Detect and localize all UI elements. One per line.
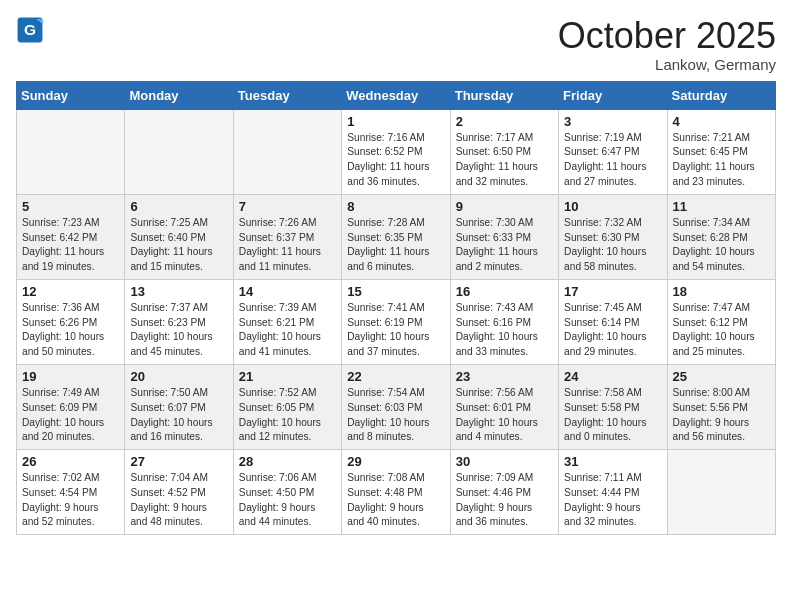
day-info: Sunrise: 7:45 AMSunset: 6:14 PMDaylight:… xyxy=(564,301,661,360)
day-number: 1 xyxy=(347,114,444,129)
calendar-cell: 19Sunrise: 7:49 AMSunset: 6:09 PMDayligh… xyxy=(17,364,125,449)
calendar-cell: 24Sunrise: 7:58 AMSunset: 5:58 PMDayligh… xyxy=(559,364,667,449)
day-info: Sunrise: 7:43 AMSunset: 6:16 PMDaylight:… xyxy=(456,301,553,360)
day-number: 30 xyxy=(456,454,553,469)
calendar-week-row: 26Sunrise: 7:02 AMSunset: 4:54 PMDayligh… xyxy=(17,450,776,535)
day-number: 21 xyxy=(239,369,336,384)
day-info: Sunrise: 7:54 AMSunset: 6:03 PMDaylight:… xyxy=(347,386,444,445)
weekday-header-thursday: Thursday xyxy=(450,81,558,109)
day-info: Sunrise: 7:58 AMSunset: 5:58 PMDaylight:… xyxy=(564,386,661,445)
day-info: Sunrise: 7:08 AMSunset: 4:48 PMDaylight:… xyxy=(347,471,444,530)
calendar-cell: 12Sunrise: 7:36 AMSunset: 6:26 PMDayligh… xyxy=(17,279,125,364)
weekday-header-saturday: Saturday xyxy=(667,81,775,109)
day-number: 7 xyxy=(239,199,336,214)
day-number: 19 xyxy=(22,369,119,384)
day-info: Sunrise: 7:19 AMSunset: 6:47 PMDaylight:… xyxy=(564,131,661,190)
weekday-header-monday: Monday xyxy=(125,81,233,109)
weekday-header-tuesday: Tuesday xyxy=(233,81,341,109)
day-info: Sunrise: 7:41 AMSunset: 6:19 PMDaylight:… xyxy=(347,301,444,360)
day-info: Sunrise: 7:17 AMSunset: 6:50 PMDaylight:… xyxy=(456,131,553,190)
day-info: Sunrise: 7:28 AMSunset: 6:35 PMDaylight:… xyxy=(347,216,444,275)
day-info: Sunrise: 7:36 AMSunset: 6:26 PMDaylight:… xyxy=(22,301,119,360)
day-info: Sunrise: 7:39 AMSunset: 6:21 PMDaylight:… xyxy=(239,301,336,360)
logo: G xyxy=(16,16,48,44)
day-number: 8 xyxy=(347,199,444,214)
day-info: Sunrise: 7:37 AMSunset: 6:23 PMDaylight:… xyxy=(130,301,227,360)
day-number: 26 xyxy=(22,454,119,469)
day-number: 5 xyxy=(22,199,119,214)
calendar-cell: 1Sunrise: 7:16 AMSunset: 6:52 PMDaylight… xyxy=(342,109,450,194)
calendar-week-row: 5Sunrise: 7:23 AMSunset: 6:42 PMDaylight… xyxy=(17,194,776,279)
day-number: 10 xyxy=(564,199,661,214)
day-number: 4 xyxy=(673,114,770,129)
calendar-cell: 4Sunrise: 7:21 AMSunset: 6:45 PMDaylight… xyxy=(667,109,775,194)
weekday-header-friday: Friday xyxy=(559,81,667,109)
day-number: 28 xyxy=(239,454,336,469)
calendar-cell: 13Sunrise: 7:37 AMSunset: 6:23 PMDayligh… xyxy=(125,279,233,364)
day-number: 6 xyxy=(130,199,227,214)
calendar-cell: 27Sunrise: 7:04 AMSunset: 4:52 PMDayligh… xyxy=(125,450,233,535)
calendar-cell: 7Sunrise: 7:26 AMSunset: 6:37 PMDaylight… xyxy=(233,194,341,279)
calendar-cell: 15Sunrise: 7:41 AMSunset: 6:19 PMDayligh… xyxy=(342,279,450,364)
day-number: 14 xyxy=(239,284,336,299)
svg-text:G: G xyxy=(24,21,36,38)
calendar-cell: 17Sunrise: 7:45 AMSunset: 6:14 PMDayligh… xyxy=(559,279,667,364)
calendar-cell: 10Sunrise: 7:32 AMSunset: 6:30 PMDayligh… xyxy=(559,194,667,279)
day-number: 2 xyxy=(456,114,553,129)
logo-icon: G xyxy=(16,16,44,44)
calendar-week-row: 1Sunrise: 7:16 AMSunset: 6:52 PMDaylight… xyxy=(17,109,776,194)
calendar-cell: 25Sunrise: 8:00 AMSunset: 5:56 PMDayligh… xyxy=(667,364,775,449)
day-number: 9 xyxy=(456,199,553,214)
day-number: 3 xyxy=(564,114,661,129)
day-info: Sunrise: 7:09 AMSunset: 4:46 PMDaylight:… xyxy=(456,471,553,530)
day-number: 24 xyxy=(564,369,661,384)
day-info: Sunrise: 8:00 AMSunset: 5:56 PMDaylight:… xyxy=(673,386,770,445)
day-number: 20 xyxy=(130,369,227,384)
calendar-cell: 16Sunrise: 7:43 AMSunset: 6:16 PMDayligh… xyxy=(450,279,558,364)
page-header: G October 2025 Lankow, Germany xyxy=(16,16,776,73)
day-number: 25 xyxy=(673,369,770,384)
calendar-cell: 21Sunrise: 7:52 AMSunset: 6:05 PMDayligh… xyxy=(233,364,341,449)
day-info: Sunrise: 7:32 AMSunset: 6:30 PMDaylight:… xyxy=(564,216,661,275)
title-block: October 2025 Lankow, Germany xyxy=(558,16,776,73)
calendar-cell: 3Sunrise: 7:19 AMSunset: 6:47 PMDaylight… xyxy=(559,109,667,194)
day-info: Sunrise: 7:56 AMSunset: 6:01 PMDaylight:… xyxy=(456,386,553,445)
calendar-cell: 26Sunrise: 7:02 AMSunset: 4:54 PMDayligh… xyxy=(17,450,125,535)
day-number: 12 xyxy=(22,284,119,299)
calendar-cell xyxy=(233,109,341,194)
day-info: Sunrise: 7:02 AMSunset: 4:54 PMDaylight:… xyxy=(22,471,119,530)
day-info: Sunrise: 7:21 AMSunset: 6:45 PMDaylight:… xyxy=(673,131,770,190)
calendar-table: SundayMondayTuesdayWednesdayThursdayFrid… xyxy=(16,81,776,536)
calendar-cell: 8Sunrise: 7:28 AMSunset: 6:35 PMDaylight… xyxy=(342,194,450,279)
calendar-cell: 28Sunrise: 7:06 AMSunset: 4:50 PMDayligh… xyxy=(233,450,341,535)
location: Lankow, Germany xyxy=(558,56,776,73)
day-number: 13 xyxy=(130,284,227,299)
calendar-cell: 5Sunrise: 7:23 AMSunset: 6:42 PMDaylight… xyxy=(17,194,125,279)
day-info: Sunrise: 7:52 AMSunset: 6:05 PMDaylight:… xyxy=(239,386,336,445)
calendar-week-row: 12Sunrise: 7:36 AMSunset: 6:26 PMDayligh… xyxy=(17,279,776,364)
calendar-cell: 23Sunrise: 7:56 AMSunset: 6:01 PMDayligh… xyxy=(450,364,558,449)
calendar-cell: 30Sunrise: 7:09 AMSunset: 4:46 PMDayligh… xyxy=(450,450,558,535)
day-info: Sunrise: 7:04 AMSunset: 4:52 PMDaylight:… xyxy=(130,471,227,530)
weekday-header-wednesday: Wednesday xyxy=(342,81,450,109)
day-info: Sunrise: 7:26 AMSunset: 6:37 PMDaylight:… xyxy=(239,216,336,275)
day-number: 17 xyxy=(564,284,661,299)
day-info: Sunrise: 7:50 AMSunset: 6:07 PMDaylight:… xyxy=(130,386,227,445)
calendar-cell xyxy=(125,109,233,194)
calendar-cell: 11Sunrise: 7:34 AMSunset: 6:28 PMDayligh… xyxy=(667,194,775,279)
day-number: 16 xyxy=(456,284,553,299)
day-number: 15 xyxy=(347,284,444,299)
day-info: Sunrise: 7:30 AMSunset: 6:33 PMDaylight:… xyxy=(456,216,553,275)
calendar-week-row: 19Sunrise: 7:49 AMSunset: 6:09 PMDayligh… xyxy=(17,364,776,449)
day-info: Sunrise: 7:11 AMSunset: 4:44 PMDaylight:… xyxy=(564,471,661,530)
calendar-cell: 6Sunrise: 7:25 AMSunset: 6:40 PMDaylight… xyxy=(125,194,233,279)
day-info: Sunrise: 7:25 AMSunset: 6:40 PMDaylight:… xyxy=(130,216,227,275)
weekday-header-row: SundayMondayTuesdayWednesdayThursdayFrid… xyxy=(17,81,776,109)
day-number: 18 xyxy=(673,284,770,299)
weekday-header-sunday: Sunday xyxy=(17,81,125,109)
calendar-cell: 31Sunrise: 7:11 AMSunset: 4:44 PMDayligh… xyxy=(559,450,667,535)
calendar-cell xyxy=(667,450,775,535)
day-info: Sunrise: 7:06 AMSunset: 4:50 PMDaylight:… xyxy=(239,471,336,530)
day-info: Sunrise: 7:23 AMSunset: 6:42 PMDaylight:… xyxy=(22,216,119,275)
day-info: Sunrise: 7:49 AMSunset: 6:09 PMDaylight:… xyxy=(22,386,119,445)
